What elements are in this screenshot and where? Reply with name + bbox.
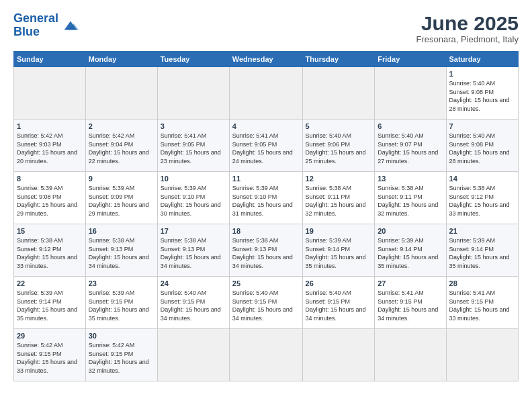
day-info: Sunrise: 5:40 AMSunset: 9:07 PMDaylight:… bbox=[378, 132, 438, 165]
logo: General Blue bbox=[13, 12, 80, 39]
calendar-cell bbox=[302, 329, 375, 381]
calendar-cell: 3 Sunrise: 5:41 AMSunset: 9:05 PMDayligh… bbox=[157, 120, 229, 172]
calendar-cell bbox=[157, 329, 229, 381]
day-number: 21 bbox=[449, 227, 515, 235]
day-info: Sunrise: 5:39 AMSunset: 9:15 PMDaylight:… bbox=[89, 289, 149, 322]
day-info: Sunrise: 5:41 AMSunset: 9:05 PMDaylight:… bbox=[232, 132, 293, 165]
day-number: 4 bbox=[232, 122, 300, 130]
calendar-cell: 30 Sunrise: 5:42 AMSunset: 9:15 PMDaylig… bbox=[85, 329, 157, 381]
header-day-thursday: Thursday bbox=[302, 52, 375, 67]
calendar-cell: 25 Sunrise: 5:40 AMSunset: 9:15 PMDaylig… bbox=[229, 277, 302, 329]
day-info: Sunrise: 5:39 AMSunset: 9:08 PMDaylight:… bbox=[17, 185, 77, 217]
calendar-cell bbox=[85, 67, 157, 120]
calendar-cell: 2 Sunrise: 5:42 AMSunset: 9:04 PMDayligh… bbox=[85, 120, 157, 172]
day-number: 24 bbox=[161, 279, 226, 287]
calendar-cell: 22 Sunrise: 5:39 AMSunset: 9:14 PMDaylig… bbox=[14, 277, 86, 329]
day-number: 16 bbox=[89, 227, 154, 235]
day-number: 18 bbox=[232, 227, 300, 235]
logo-general: General bbox=[13, 11, 58, 25]
calendar-cell: 6 Sunrise: 5:40 AMSunset: 9:07 PMDayligh… bbox=[375, 120, 446, 172]
week-row-2: 8 Sunrise: 5:39 AMSunset: 9:08 PMDayligh… bbox=[14, 172, 519, 224]
calendar-cell: 12 Sunrise: 5:38 AMSunset: 9:11 PMDaylig… bbox=[302, 172, 375, 224]
calendar-cell bbox=[229, 67, 302, 120]
calendar-cell: 13 Sunrise: 5:38 AMSunset: 9:11 PMDaylig… bbox=[375, 172, 446, 224]
day-number: 19 bbox=[306, 227, 372, 235]
day-info: Sunrise: 5:41 AMSunset: 9:15 PMDaylight:… bbox=[449, 289, 510, 322]
day-info: Sunrise: 5:39 AMSunset: 9:14 PMDaylight:… bbox=[449, 237, 510, 269]
header-row: General Blue June 2025 Fresonara, Piedmo… bbox=[13, 12, 519, 44]
day-info: Sunrise: 5:41 AMSunset: 9:15 PMDaylight:… bbox=[378, 289, 438, 322]
day-info: Sunrise: 5:38 AMSunset: 9:11 PMDaylight:… bbox=[378, 185, 438, 217]
day-number: 23 bbox=[89, 279, 154, 287]
day-info: Sunrise: 5:39 AMSunset: 9:09 PMDaylight:… bbox=[89, 185, 149, 217]
day-info: Sunrise: 5:40 AMSunset: 9:08 PMDaylight:… bbox=[449, 80, 510, 112]
calendar-cell: 28 Sunrise: 5:41 AMSunset: 9:15 PMDaylig… bbox=[446, 277, 518, 329]
day-number: 13 bbox=[378, 175, 443, 183]
month-title: June 2025 bbox=[416, 12, 519, 34]
day-number: 12 bbox=[306, 175, 372, 183]
day-number: 7 bbox=[449, 122, 515, 130]
day-number: 6 bbox=[378, 122, 443, 130]
logo-icon bbox=[61, 16, 80, 35]
logo-text: General Blue bbox=[13, 12, 58, 39]
day-info: Sunrise: 5:38 AMSunset: 9:12 PMDaylight:… bbox=[449, 185, 510, 217]
header-row-days: SundayMondayTuesdayWednesdayThursdayFrid… bbox=[14, 52, 519, 67]
calendar-cell: 5 Sunrise: 5:40 AMSunset: 9:06 PMDayligh… bbox=[302, 120, 375, 172]
calendar-cell: 1 Sunrise: 5:42 AMSunset: 9:03 PMDayligh… bbox=[14, 120, 86, 172]
header-day-saturday: Saturday bbox=[446, 52, 518, 67]
location: Fresonara, Piedmont, Italy bbox=[416, 34, 519, 44]
day-number: 15 bbox=[17, 227, 83, 235]
header-day-friday: Friday bbox=[375, 52, 446, 67]
day-info: Sunrise: 5:38 AMSunset: 9:13 PMDaylight:… bbox=[161, 237, 221, 269]
week-row-3: 15 Sunrise: 5:38 AMSunset: 9:12 PMDaylig… bbox=[14, 224, 519, 277]
day-info: Sunrise: 5:39 AMSunset: 9:14 PMDaylight:… bbox=[306, 237, 366, 269]
day-info: Sunrise: 5:39 AMSunset: 9:10 PMDaylight:… bbox=[161, 185, 221, 217]
day-number: 3 bbox=[161, 122, 226, 130]
day-number: 30 bbox=[89, 332, 154, 340]
day-number: 9 bbox=[89, 175, 154, 183]
calendar-cell: 23 Sunrise: 5:39 AMSunset: 9:15 PMDaylig… bbox=[85, 277, 157, 329]
calendar-cell: 27 Sunrise: 5:41 AMSunset: 9:15 PMDaylig… bbox=[375, 277, 446, 329]
day-info: Sunrise: 5:38 AMSunset: 9:12 PMDaylight:… bbox=[17, 237, 77, 269]
calendar-cell: 20 Sunrise: 5:39 AMSunset: 9:14 PMDaylig… bbox=[375, 224, 446, 277]
day-info: Sunrise: 5:42 AMSunset: 9:15 PMDaylight:… bbox=[89, 342, 149, 374]
calendar-cell bbox=[157, 67, 229, 120]
day-info: Sunrise: 5:39 AMSunset: 9:14 PMDaylight:… bbox=[17, 289, 77, 322]
day-number: 1 bbox=[449, 70, 515, 78]
day-number: 22 bbox=[17, 279, 83, 287]
calendar-cell: 21 Sunrise: 5:39 AMSunset: 9:14 PMDaylig… bbox=[446, 224, 518, 277]
calendar-cell: 1 Sunrise: 5:40 AMSunset: 9:08 PMDayligh… bbox=[446, 67, 518, 120]
day-number: 29 bbox=[17, 332, 83, 340]
calendar-cell: 14 Sunrise: 5:38 AMSunset: 9:12 PMDaylig… bbox=[446, 172, 518, 224]
day-info: Sunrise: 5:40 AMSunset: 9:15 PMDaylight:… bbox=[306, 289, 366, 322]
calendar-cell bbox=[14, 67, 86, 120]
day-number: 28 bbox=[449, 279, 515, 287]
day-info: Sunrise: 5:42 AMSunset: 9:15 PMDaylight:… bbox=[17, 342, 77, 374]
day-info: Sunrise: 5:39 AMSunset: 9:14 PMDaylight:… bbox=[378, 237, 438, 269]
header-day-sunday: Sunday bbox=[14, 52, 86, 67]
calendar-cell: 19 Sunrise: 5:39 AMSunset: 9:14 PMDaylig… bbox=[302, 224, 375, 277]
calendar-cell: 10 Sunrise: 5:39 AMSunset: 9:10 PMDaylig… bbox=[157, 172, 229, 224]
day-info: Sunrise: 5:38 AMSunset: 9:13 PMDaylight:… bbox=[232, 237, 293, 269]
calendar-cell: 29 Sunrise: 5:42 AMSunset: 9:15 PMDaylig… bbox=[14, 329, 86, 381]
day-number: 8 bbox=[17, 175, 83, 183]
day-number: 14 bbox=[449, 175, 515, 183]
logo-blue: Blue bbox=[13, 25, 40, 38]
calendar-cell bbox=[375, 67, 446, 120]
day-number: 25 bbox=[232, 279, 300, 287]
calendar-cell bbox=[302, 67, 375, 120]
calendar-cell: 7 Sunrise: 5:40 AMSunset: 9:08 PMDayligh… bbox=[446, 120, 518, 172]
day-info: Sunrise: 5:42 AMSunset: 9:03 PMDaylight:… bbox=[17, 132, 77, 165]
day-number: 2 bbox=[89, 122, 154, 130]
week-row-4: 22 Sunrise: 5:39 AMSunset: 9:14 PMDaylig… bbox=[14, 277, 519, 329]
header-day-wednesday: Wednesday bbox=[229, 52, 302, 67]
week-row-0: 1 Sunrise: 5:40 AMSunset: 9:08 PMDayligh… bbox=[14, 67, 519, 120]
calendar-cell: 26 Sunrise: 5:40 AMSunset: 9:15 PMDaylig… bbox=[302, 277, 375, 329]
week-row-1: 1 Sunrise: 5:42 AMSunset: 9:03 PMDayligh… bbox=[14, 120, 519, 172]
page-container: General Blue June 2025 Fresonara, Piedmo… bbox=[0, 0, 532, 388]
day-info: Sunrise: 5:41 AMSunset: 9:05 PMDaylight:… bbox=[161, 132, 221, 165]
calendar-cell: 16 Sunrise: 5:38 AMSunset: 9:13 PMDaylig… bbox=[85, 224, 157, 277]
calendar-cell: 18 Sunrise: 5:38 AMSunset: 9:13 PMDaylig… bbox=[229, 224, 302, 277]
header-day-tuesday: Tuesday bbox=[157, 52, 229, 67]
calendar-cell: 17 Sunrise: 5:38 AMSunset: 9:13 PMDaylig… bbox=[157, 224, 229, 277]
